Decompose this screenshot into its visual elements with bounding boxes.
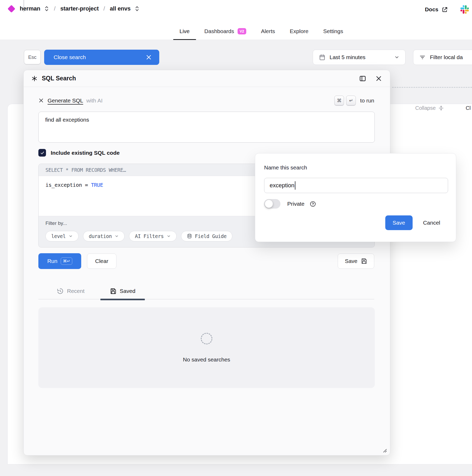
esc-key-hint: Esc xyxy=(24,50,41,64)
saved-searches-empty-state: No saved searches xyxy=(38,307,375,388)
docs-link[interactable]: Docs xyxy=(425,6,448,13)
dismiss-ai-icon[interactable] xyxy=(38,98,44,103)
include-sql-checkbox[interactable] xyxy=(38,149,46,157)
tab-dashboards[interactable]: Dashboards V2 xyxy=(198,23,253,40)
ai-prompt-input[interactable]: find all exceptions xyxy=(38,112,375,143)
collapse-control[interactable]: Collapse xyxy=(415,105,444,111)
modal-title: SQL Search xyxy=(42,75,76,82)
project-selector[interactable]: starter-project xyxy=(60,5,99,12)
chevron-down-icon xyxy=(394,55,399,60)
tab-label: Explore xyxy=(290,28,309,34)
chevron-down-icon xyxy=(167,234,171,238)
filter-local-label: Filter local da xyxy=(430,54,463,60)
save-label: Save xyxy=(345,258,357,264)
save-search-button[interactable]: Save xyxy=(338,253,374,269)
search-name-value: exception xyxy=(270,182,294,189)
topbar: herman / starter-project / all envs Live… xyxy=(0,0,472,40)
history-icon xyxy=(57,288,64,294)
chevron-updown-icon[interactable] xyxy=(44,6,49,12)
org-logo-icon xyxy=(8,5,16,13)
run-shortcut-hint: ⌘ ↵ to run xyxy=(334,96,374,105)
chip-label: AI Filters xyxy=(135,233,163,239)
popover-title: Name this search xyxy=(264,164,440,171)
side-panel-icon[interactable] xyxy=(359,75,366,82)
chip-label: Field Guide xyxy=(195,233,227,239)
with-ai-label: with AI xyxy=(86,97,102,104)
search-name-input[interactable]: exception xyxy=(264,178,448,193)
topbar-right: Docs xyxy=(425,5,469,14)
resize-handle-icon[interactable] xyxy=(382,447,387,453)
tab-alerts[interactable]: Alerts xyxy=(255,23,281,40)
time-range-picker[interactable]: Last 5 minutes xyxy=(313,50,406,65)
popover-cancel-button[interactable]: Cancel xyxy=(423,220,440,226)
generate-sql-row: Generate SQL with AI ⌘ ↵ to run xyxy=(38,96,374,105)
chevron-down-icon xyxy=(115,234,119,238)
editor-actions-row: Run ⌘↵ Clear Save xyxy=(38,253,374,269)
calendar-icon xyxy=(319,54,326,61)
env-selector[interactable]: all envs xyxy=(110,5,131,12)
floppy-save-icon xyxy=(361,258,367,264)
sql-keyword: TRUE xyxy=(91,182,103,188)
floppy-save-icon xyxy=(110,288,116,294)
tab-label: Saved xyxy=(120,288,136,294)
cmd-key-icon: ⌘ xyxy=(334,96,344,105)
external-link-icon xyxy=(441,6,448,13)
v2-badge: V2 xyxy=(238,28,246,34)
slack-icon[interactable] xyxy=(460,5,469,14)
run-button[interactable]: Run ⌘↵ xyxy=(38,253,81,269)
enter-key-icon: ↵ xyxy=(346,96,356,105)
tab-settings[interactable]: Settings xyxy=(317,23,350,40)
chip-level[interactable]: level xyxy=(45,231,79,241)
popover-save-button[interactable]: Save xyxy=(385,215,413,230)
sql-code-text: is_exception = xyxy=(45,182,91,188)
run-shortcut-badge: ⌘↵ xyxy=(61,257,72,265)
tab-explore[interactable]: Explore xyxy=(284,23,315,40)
tab-recent[interactable]: Recent xyxy=(47,283,94,299)
search-history-tabs: Recent Saved xyxy=(38,283,374,299)
tab-label: Recent xyxy=(67,288,85,294)
filter-local-button[interactable]: Filter local da xyxy=(413,50,472,65)
help-circle-icon[interactable] xyxy=(310,201,316,207)
private-toggle[interactable] xyxy=(264,199,280,209)
collapse-vertical-icon xyxy=(438,105,444,111)
name-search-popover: Name this search exception Private Save … xyxy=(255,153,456,242)
chip-label: duration xyxy=(89,233,112,239)
private-label: Private xyxy=(287,201,304,207)
private-toggle-row: Private xyxy=(264,199,440,209)
chart-dashed-line xyxy=(392,87,472,88)
empty-state-text: No saved searches xyxy=(183,356,230,363)
database-icon xyxy=(187,234,192,239)
chevron-updown-icon[interactable] xyxy=(135,6,140,12)
chip-ai-filters[interactable]: AI Filters xyxy=(129,231,176,241)
chip-field-guide[interactable]: Field Guide xyxy=(181,231,232,241)
close-modal-icon[interactable] xyxy=(375,75,382,82)
tab-label: Dashboards xyxy=(204,28,234,34)
tab-label: Alerts xyxy=(261,28,275,34)
chip-label: level xyxy=(51,233,66,239)
text-cursor xyxy=(295,181,295,190)
run-label: Run xyxy=(47,258,58,264)
main-nav: Live Dashboards V2 Alerts Explore Settin… xyxy=(173,23,350,40)
tab-live[interactable]: Live xyxy=(173,23,196,40)
generate-sql-link[interactable]: Generate SQL xyxy=(48,97,83,104)
chip-duration[interactable]: duration xyxy=(83,231,125,241)
breadcrumb-separator: / xyxy=(53,5,56,12)
sql-search-modal: SQL Search Generate SQL with AI ⌘ ↵ xyxy=(23,70,390,456)
close-search-button[interactable]: Close search xyxy=(44,50,159,65)
check-icon xyxy=(40,151,45,155)
filter-icon xyxy=(419,54,426,61)
tab-label: Settings xyxy=(323,28,343,34)
clear-button[interactable]: Clear xyxy=(87,253,116,269)
docs-label: Docs xyxy=(425,6,438,13)
collapse-label: Collapse xyxy=(415,105,436,111)
modal-header: SQL Search xyxy=(24,70,390,87)
time-range-label: Last 5 minutes xyxy=(330,54,366,60)
tab-saved[interactable]: Saved xyxy=(100,283,145,299)
org-selector[interactable]: herman xyxy=(20,5,40,12)
app-root: herman / starter-project / all envs Live… xyxy=(0,0,472,476)
include-sql-label: Include existing SQL code xyxy=(51,150,120,156)
empty-circle-icon xyxy=(201,333,212,344)
asterisk-icon xyxy=(32,76,37,81)
clipped-button-label[interactable]: Cl xyxy=(466,105,471,111)
close-search-label: Close search xyxy=(54,54,86,60)
